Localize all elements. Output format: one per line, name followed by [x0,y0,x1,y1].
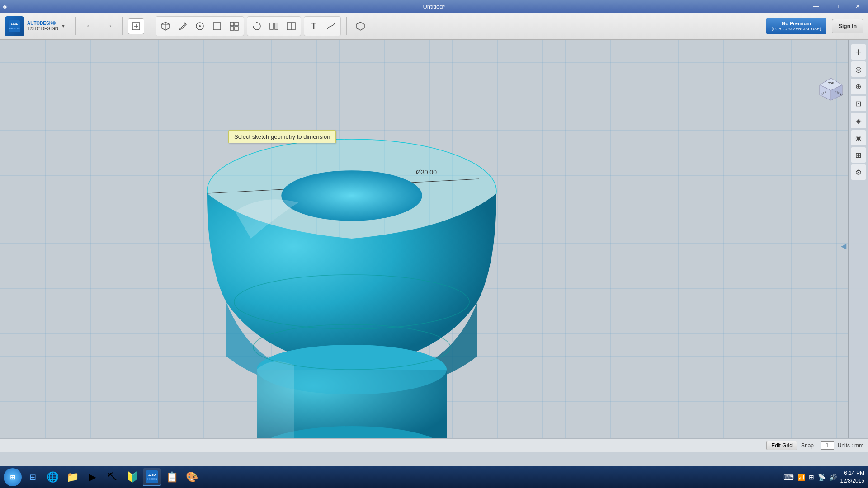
view-cube[interactable]: TOP LEFT FRONT [817,76,844,103]
rotate-tool[interactable] [249,18,265,34]
close-button[interactable]: ✕ [847,0,868,13]
clock-date: 12/8/2015 [840,477,864,485]
snap-input[interactable] [821,441,834,450]
taskbar-app-chrome[interactable]: 🌐 [43,468,61,486]
status-bar: Edit Grid Snap : Units : mm [0,438,868,452]
sketch-tool[interactable] [175,18,191,34]
clock-time: 6:14 PM [840,469,864,477]
taskbar-system-tray: ⌨ 📶 ⊞ 📡 🔊 6:14 PM 12/8/2015 [783,469,864,485]
system-clock: 6:14 PM 12/8/2015 [840,469,864,485]
signal-icon: 📡 [818,474,826,481]
circle-tool[interactable] [192,18,208,34]
redo-button[interactable]: → [100,18,117,34]
premium-sublabel: (FOR COMMERCIAL USE) [772,27,821,32]
orbit-tool-button[interactable]: ◎ [851,61,866,77]
undo-button[interactable]: ← [81,18,98,34]
taskbar-app-clipboard[interactable]: 📋 [163,468,181,486]
logo-section: 123D DESIGN AUTODESK® 123D° DESIGN ▼ [5,16,66,36]
taskbar-app-123d[interactable]: 123DDESIGN [143,468,161,486]
taskbar-app-action-center[interactable]: ⊞ [24,468,42,486]
snap-label: Snap : [801,442,817,449]
keyboard-icon: ⌨ [783,473,794,482]
svg-point-11 [199,25,201,27]
window-title: Untitled* [423,3,445,10]
menu-bar: 123D DESIGN AUTODESK® 123D° DESIGN ▼ ← → [0,13,868,40]
svg-text:DESIGN: DESIGN [146,478,157,480]
sketch-tooltip: Select sketch geometry to dimension [228,130,336,143]
window-controls: — □ ✕ [806,0,868,13]
new-button[interactable] [128,18,144,34]
go-premium-button[interactable]: Go Premium (FOR COMMERCIAL USE) [766,18,826,35]
units-label: Units : mm [838,442,863,449]
svg-text:Ø30.00: Ø30.00 [416,169,437,176]
panel-toggle-arrow[interactable]: ◀ [841,242,846,250]
viewport: Ø30.00 Select sketch geometry to dimensi… [0,40,868,452]
3d-object-canvas: Ø30.00 [0,40,868,452]
network-icon: 📶 [797,474,805,481]
edit-grid-button[interactable]: Edit Grid [766,441,797,450]
zoom-tool-button[interactable]: ⊕ [851,79,866,94]
primitives-group [156,16,244,36]
mirror-tool[interactable] [266,18,282,34]
taskbar-app-media[interactable]: ▶ [83,468,101,486]
split-tool[interactable] [283,18,299,34]
taskbar-app-paint[interactable]: 🎨 [183,468,201,486]
extra-tool[interactable] [352,18,368,34]
svg-text:DESIGN: DESIGN [9,27,19,30]
settings-button[interactable]: ⚙ [851,164,866,180]
premium-label: Go Premium [772,20,821,27]
svg-point-29 [282,171,422,221]
taskbar-app-explorer[interactable]: 📁 [63,468,81,486]
svg-text:123D: 123D [11,22,19,25]
logo-icon: 123D DESIGN [5,16,24,36]
sign-in-button[interactable]: Sign In [832,19,863,33]
svg-rect-14 [235,22,238,26]
right-tools-panel: ✛ ◎ ⊕ ⊡ ◈ ◉ ⊞ ⚙ [848,40,868,452]
start-button[interactable]: ⊞ [4,468,22,486]
iso-view-button[interactable]: ◈ [851,113,866,128]
minimize-button[interactable]: — [806,0,826,13]
product-name: 123D° DESIGN [27,26,58,31]
pan-tool-button[interactable]: ✛ [851,44,866,60]
svg-rect-16 [235,27,238,30]
separator-2 [122,17,123,35]
tooltip-text: Select sketch geometry to dimension [234,133,330,140]
title-bar: ◈ Untitled* — □ ✕ [0,0,868,13]
separator-4 [346,17,347,35]
maximize-button[interactable]: □ [826,0,847,13]
grid-tool[interactable] [226,18,242,34]
taskbar-app-shield[interactable]: 🔰 [123,468,141,486]
svg-text:TOP: TOP [828,82,834,84]
text-group: T [304,16,341,36]
layers-button[interactable]: ⊞ [851,147,866,163]
modify-group [247,16,301,36]
rectangle-tool[interactable] [209,18,225,34]
logo-dropdown-arrow[interactable]: ▼ [61,23,66,28]
visibility-button[interactable]: ◉ [851,130,866,145]
separator-1 [75,17,76,35]
svg-rect-12 [213,23,221,30]
svg-marker-23 [356,22,364,30]
text-tool[interactable]: T [306,18,322,34]
svg-rect-15 [230,27,234,30]
svg-rect-18 [270,23,273,29]
svg-text:123D: 123D [148,473,156,476]
svg-rect-19 [275,23,278,29]
measure-tool[interactable] [323,18,339,34]
box-tool[interactable] [157,18,174,34]
app-icon: ◈ [3,3,8,10]
separator-3 [150,17,150,35]
volume-icon: 🔊 [829,474,837,481]
taskbar-app-minecraft[interactable]: ⛏ [103,468,121,486]
taskbar: ⊞ ⊞ 🌐 📁 ▶ ⛏ 🔰 123DDESIGN 📋 🎨 ⌨ 📶 ⊞ 📡 🔊 6… [0,466,868,488]
svg-rect-42 [146,470,158,483]
svg-rect-13 [230,22,234,26]
windows-icon: ⊞ [809,474,814,481]
brand-name: AUTODESK® [27,21,58,26]
fit-view-button[interactable]: ⊡ [851,96,866,111]
